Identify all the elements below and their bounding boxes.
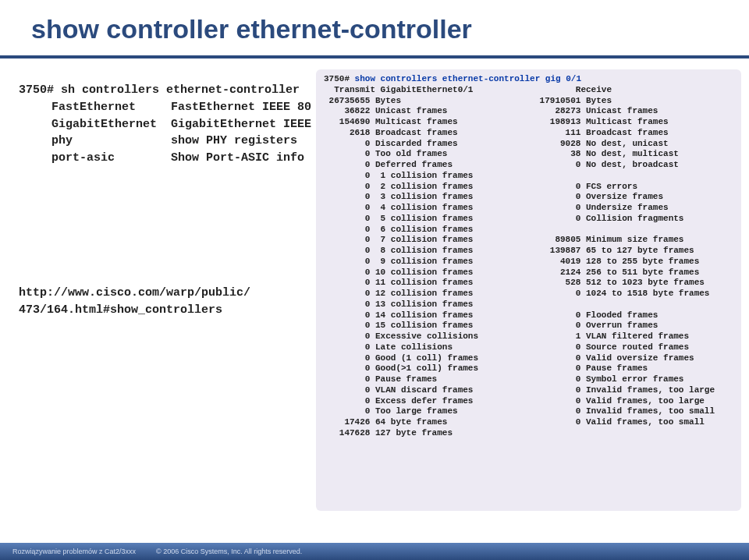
rx-cell: 0 Valid frames, too small (534, 417, 733, 428)
tx-cell: 0 Deferred frames (324, 160, 534, 171)
output-header: Transmit GigabitEthernet0/1 Receive (324, 85, 733, 96)
output-row: 0 15 collision frames 0 Overrun frames (324, 321, 733, 331)
tx-cell: 0 Good(>1 coll) frames (324, 363, 534, 374)
tx-cell: 36822 Unicast frames (324, 106, 534, 117)
tx-cell: 0 4 collision frames (324, 203, 534, 214)
output-row: 0 Good (1 coll) frames 0 Valid oversize … (324, 353, 733, 364)
tx-cell: 0 1 collision frames (324, 171, 534, 182)
output-row: 26735655 Bytes 17910501 Bytes (324, 96, 733, 107)
cli-option: GigabitEthernet GigabitEthernet IEEE (51, 116, 311, 133)
slide: show controller ethernet-controller 3750… (0, 0, 749, 560)
output-row: 0 Discarded frames 9028 No dest, unicast (324, 139, 733, 150)
command-text: show controllers ethernet-controller gig… (355, 74, 581, 83)
output-row: 0 Excess defer frames 0 Valid frames, to… (324, 396, 733, 407)
rx-cell: 0 No dest, broadcast (534, 160, 733, 171)
output-rows: 26735655 Bytes 17910501 Bytes 36822 Unic… (324, 96, 733, 439)
rx-cell: 0 Source routed frames (534, 342, 733, 353)
tx-cell: 0 14 collision frames (324, 310, 534, 321)
prompt: 3750# (324, 74, 355, 83)
output-row: 0 11 collision frames 528 512 to 1023 by… (324, 278, 733, 289)
tx-cell: 147628 127 byte frames (324, 428, 534, 439)
rx-cell: 0 Valid frames, too large (534, 396, 733, 407)
body: 3750# sh controllers ethernet-controller… (0, 58, 749, 519)
rx-cell: 0 Pause frames (534, 363, 733, 374)
url-line-1: http://www.cisco.com/warp/public/ (19, 285, 250, 302)
rx-cell: 89805 Minimum size frames (534, 235, 733, 246)
tx-cell: 0 Excessive collisions (324, 331, 534, 342)
tx-cell: 2618 Broadcast frames (324, 128, 534, 139)
tx-cell: 0 13 collision frames (324, 299, 534, 310)
tx-cell: 26735655 Bytes (324, 96, 534, 107)
rx-cell (534, 428, 733, 439)
rx-cell: 139887 65 to 127 byte frames (534, 246, 733, 257)
output-row: 0 13 collision frames (324, 299, 733, 310)
tx-cell: 0 Too old frames (324, 149, 534, 160)
rx-cell: 0 1024 to 1518 byte frames (534, 289, 733, 299)
title-band: show controller ethernet-controller (0, 0, 749, 52)
rx-cell: 2124 256 to 511 byte frames (534, 268, 733, 278)
rx-cell: 28273 Unicast frames (534, 106, 733, 117)
cmd-line: 3750# show controllers ethernet-controll… (324, 74, 733, 85)
output-row: 0 5 collision frames 0 Collision fragmen… (324, 214, 733, 225)
output-row: 17426 64 byte frames 0 Valid frames, too… (324, 417, 733, 428)
rx-cell: 0 Flooded frames (534, 310, 733, 321)
rx-cell: 528 512 to 1023 byte frames (534, 278, 733, 289)
rx-cell: 4019 128 to 255 byte frames (534, 257, 733, 268)
tx-cell: 0 Good (1 coll) frames (324, 353, 534, 364)
rx-cell: 0 FCS errors (534, 182, 733, 193)
output-row: 0 3 collision frames 0 Oversize frames (324, 192, 733, 203)
rx-cell: 0 Symbol error frames (534, 374, 733, 385)
output-row: 0 VLAN discard frames 0 Invalid frames, … (324, 385, 733, 396)
tx-cell: 0 VLAN discard frames (324, 385, 534, 396)
output-row: 0 8 collision frames 139887 65 to 127 by… (324, 246, 733, 257)
output-row: 0 Late collisions 0 Source routed frames (324, 342, 733, 353)
output-row: 0 7 collision frames 89805 Minimum size … (324, 235, 733, 246)
rx-cell (534, 299, 733, 310)
rx-cell (534, 171, 733, 182)
cli-line: 3750# sh controllers ethernet-controller (19, 82, 311, 99)
rx-cell: 9028 No dest, unicast (534, 139, 733, 150)
output-row: 2618 Broadcast frames 111 Broadcast fram… (324, 128, 733, 139)
output-panel: 3750# show controllers ethernet-controll… (316, 69, 741, 511)
cli-option: port-asic Show Port-ASIC info (51, 150, 311, 167)
cli-help-block: 3750# sh controllers ethernet-controller… (19, 82, 311, 167)
rx-cell (534, 225, 733, 236)
output-row: 0 6 collision frames (324, 225, 733, 236)
output-row: 0 12 collision frames 0 1024 to 1518 byt… (324, 289, 733, 299)
reference-url: http://www.cisco.com/warp/public/ 473/16… (19, 285, 250, 319)
tx-cell: 0 3 collision frames (324, 192, 534, 203)
output-row: 36822 Unicast frames 28273 Unicast frame… (324, 106, 733, 117)
output-row: 0 Too old frames 38 No dest, multicast (324, 149, 733, 160)
tx-cell: 0 12 collision frames (324, 289, 534, 299)
rx-cell: 111 Broadcast frames (534, 128, 733, 139)
footer-copyright: © 2006 Cisco Systems, Inc. All rights re… (156, 548, 302, 555)
rx-cell: 0 Undersize frames (534, 203, 733, 214)
footer-left: Rozwiązywanie problemów z Cat2/3xxx (12, 548, 136, 555)
output-row: 0 10 collision frames 2124 256 to 511 by… (324, 268, 733, 278)
rx-cell: 0 Invalid frames, too small (534, 406, 733, 417)
tx-cell: 0 8 collision frames (324, 246, 534, 257)
rx-cell: 1 VLAN filtered frames (534, 331, 733, 342)
tx-cell: 0 Discarded frames (324, 139, 534, 150)
tx-cell: 0 5 collision frames (324, 214, 534, 225)
tx-cell: 0 Late collisions (324, 342, 534, 353)
output-row: 154690 Multicast frames 198913 Multicast… (324, 117, 733, 128)
tx-cell: 0 15 collision frames (324, 321, 534, 331)
url-line-2: 473/164.html#show_controllers (19, 302, 250, 319)
output-row: 0 Excessive collisions 1 VLAN filtered f… (324, 331, 733, 342)
output-row: 0 9 collision frames 4019 128 to 255 byt… (324, 257, 733, 268)
output-row: 147628 127 byte frames (324, 428, 733, 439)
output-row: 0 14 collision frames 0 Flooded frames (324, 310, 733, 321)
output-row: 0 Good(>1 coll) frames 0 Pause frames (324, 363, 733, 374)
rx-cell: 0 Overrun frames (534, 321, 733, 331)
rx-cell: 17910501 Bytes (534, 96, 733, 107)
footer: Rozwiązywanie problemów z Cat2/3xxx © 20… (0, 543, 749, 560)
rx-cell: 198913 Multicast frames (534, 117, 733, 128)
tx-cell: 0 10 collision frames (324, 268, 534, 278)
tx-cell: 0 7 collision frames (324, 235, 534, 246)
cli-options: FastEthernet FastEthernet IEEE 80Gigabit… (19, 99, 311, 167)
tx-cell: 17426 64 byte frames (324, 417, 534, 428)
rx-cell: 0 Invalid frames, too large (534, 385, 733, 396)
tx-cell: 0 Pause frames (324, 374, 534, 385)
rx-cell: 38 No dest, multicast (534, 149, 733, 160)
